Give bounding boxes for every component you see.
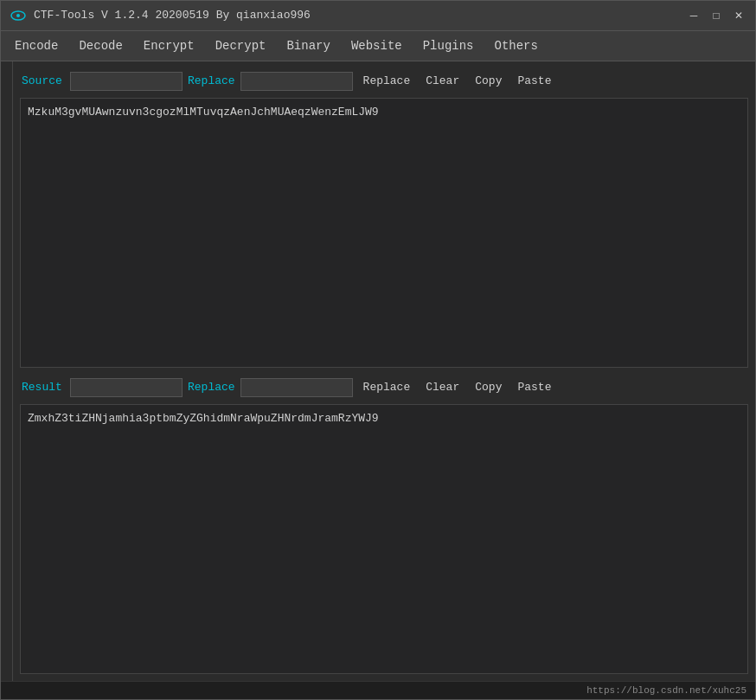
menu-plugins[interactable]: Plugins <box>413 34 484 58</box>
source-clear-button[interactable]: Clear <box>420 73 464 89</box>
result-toolbar: Result Replace Replace Clear Copy Paste <box>20 375 748 401</box>
window-controls: ─ □ ✕ <box>686 8 746 23</box>
result-replace-input1[interactable] <box>70 378 183 397</box>
source-replace-button[interactable]: Replace <box>358 73 416 89</box>
close-button[interactable]: ✕ <box>731 8 746 23</box>
source-textarea[interactable] <box>20 98 748 368</box>
menu-others[interactable]: Others <box>484 34 548 58</box>
minimize-button[interactable]: ─ <box>686 8 702 23</box>
result-copy-button[interactable]: Copy <box>470 379 507 395</box>
source-replace-label: Replace <box>188 74 235 87</box>
result-textarea[interactable] <box>20 404 748 674</box>
maximize-button[interactable]: □ <box>708 8 724 23</box>
result-paste-button[interactable]: Paste <box>512 379 556 395</box>
menu-website[interactable]: Website <box>341 34 413 58</box>
result-section: Result Replace Replace Clear Copy Paste <box>20 375 748 674</box>
source-replace-input2[interactable] <box>240 72 353 91</box>
source-toolbar: Source Replace Replace Clear Copy Paste <box>20 68 748 94</box>
menu-encode[interactable]: Encode <box>4 34 68 58</box>
menubar: Encode Decode Encrypt Decrypt Binary Web… <box>1 31 755 61</box>
titlebar: CTF-Tools V 1.2.4 20200519 By qianxiao99… <box>1 1 755 31</box>
app-icon <box>10 7 27 24</box>
source-replace-input1[interactable] <box>70 72 183 91</box>
svg-point-1 <box>16 14 20 17</box>
sidebar <box>1 61 13 681</box>
statusbar: https://blog.csdn.net/xuhc25 <box>1 681 755 699</box>
section-divider <box>20 368 748 375</box>
menu-decrypt[interactable]: Decrypt <box>205 34 277 58</box>
source-copy-button[interactable]: Copy <box>470 73 507 89</box>
result-replace-input2[interactable] <box>240 378 353 397</box>
result-label: Result <box>22 381 65 394</box>
window-title: CTF-Tools V 1.2.4 20200519 By qianxiao99… <box>34 9 686 22</box>
result-clear-button[interactable]: Clear <box>420 379 464 395</box>
main-content: Source Replace Replace Clear Copy Paste … <box>13 61 755 681</box>
menu-binary[interactable]: Binary <box>276 34 340 58</box>
result-replace-label: Replace <box>188 381 235 394</box>
result-replace-button[interactable]: Replace <box>358 379 416 395</box>
source-section: Source Replace Replace Clear Copy Paste <box>20 68 748 368</box>
source-paste-button[interactable]: Paste <box>512 73 556 89</box>
app-body: Source Replace Replace Clear Copy Paste … <box>1 61 755 681</box>
menu-encrypt[interactable]: Encrypt <box>133 34 205 58</box>
menu-decode[interactable]: Decode <box>68 34 132 58</box>
window-frame: CTF-Tools V 1.2.4 20200519 By qianxiao99… <box>0 0 756 700</box>
source-label: Source <box>22 74 65 87</box>
statusbar-url: https://blog.csdn.net/xuhc25 <box>586 685 746 696</box>
